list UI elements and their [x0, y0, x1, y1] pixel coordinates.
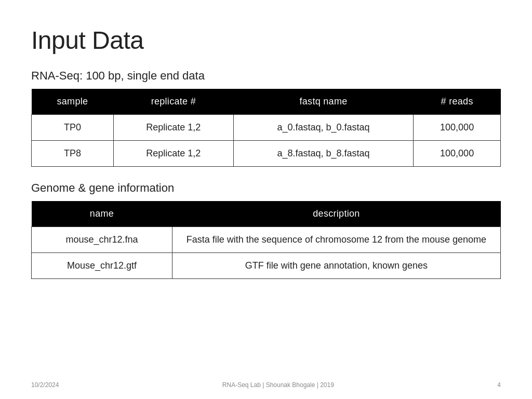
rnaseq-section-label: RNA-Seq: 100 bp, single end data [31, 69, 501, 83]
cell-genome-name-2: Mouse_chr12.gtf [32, 253, 172, 279]
rnaseq-col-fastq: fastq name [233, 89, 413, 115]
genome-section-label: Genome & gene information [31, 181, 501, 195]
slide: Input Data RNA-Seq: 100 bp, single end d… [0, 0, 532, 399]
rnaseq-table-header: sample replicate # fastq name # reads [32, 89, 501, 115]
cell-genome-desc-2: GTF file with gene annotation, known gen… [172, 253, 500, 279]
cell-replicate-tp0: Replicate 1,2 [113, 115, 233, 141]
cell-replicate-tp8: Replicate 1,2 [113, 141, 233, 167]
table-row: TP0 Replicate 1,2 a_0.fastaq, b_0.fastaq… [32, 115, 501, 141]
rnaseq-table-body: TP0 Replicate 1,2 a_0.fastaq, b_0.fastaq… [32, 115, 501, 167]
genome-table: name description mouse_chr12.fna Fasta f… [31, 201, 501, 279]
cell-fastq-tp0: a_0.fastaq, b_0.fastaq [233, 115, 413, 141]
genome-col-name: name [32, 201, 172, 227]
cell-reads-tp0: 100,000 [414, 115, 501, 141]
cell-fastq-tp8: a_8.fastaq, b_8.fastaq [233, 141, 413, 167]
table-row: Mouse_chr12.gtf GTF file with gene annot… [32, 253, 501, 279]
rnaseq-col-sample: sample [32, 89, 114, 115]
rnaseq-table: sample replicate # fastq name # reads TP… [31, 89, 501, 167]
cell-genome-name-1: mouse_chr12.fna [32, 227, 172, 253]
rnaseq-col-reads: # reads [414, 89, 501, 115]
footer-credit: RNA-Seq Lab | Shounak Bhogale | 2019 [222, 381, 334, 389]
footer-page-number: 4 [497, 381, 501, 389]
genome-table-header: name description [32, 201, 501, 227]
cell-reads-tp8: 100,000 [414, 141, 501, 167]
rnaseq-col-replicate: replicate # [113, 89, 233, 115]
table-row: mouse_chr12.fna Fasta file with the sequ… [32, 227, 501, 253]
page-title: Input Data [31, 26, 501, 55]
cell-sample-tp0: TP0 [32, 115, 114, 141]
genome-col-description: description [172, 201, 500, 227]
genome-table-body: mouse_chr12.fna Fasta file with the sequ… [32, 227, 501, 279]
cell-genome-desc-1: Fasta file with the sequence of chromoso… [172, 227, 500, 253]
footer-date: 10/2/2024 [31, 381, 59, 389]
cell-sample-tp8: TP8 [32, 141, 114, 167]
footer: 10/2/2024 RNA-Seq Lab | Shounak Bhogale … [0, 381, 532, 389]
table-row: TP8 Replicate 1,2 a_8.fastaq, b_8.fastaq… [32, 141, 501, 167]
